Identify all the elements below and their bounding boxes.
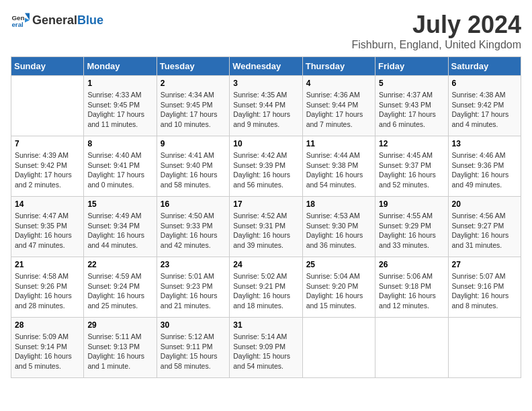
calendar-cell: 3Sunrise: 4:35 AM Sunset: 9:44 PM Daylig… [230,76,302,136]
cell-content: Sunrise: 4:40 AM Sunset: 9:41 PM Dayligh… [87,150,152,190]
cell-content: Sunrise: 4:44 AM Sunset: 9:38 PM Dayligh… [306,150,371,190]
day-number: 5 [379,79,444,88]
cell-content: Sunrise: 4:59 AM Sunset: 9:24 PM Dayligh… [87,271,152,311]
calendar-cell [448,318,521,378]
day-number: 28 [15,320,80,330]
calendar-cell: 24Sunrise: 5:02 AM Sunset: 9:21 PM Dayli… [230,257,302,318]
day-number: 31 [233,320,298,330]
calendar-cell: 8Sunrise: 4:40 AM Sunset: 9:41 PM Daylig… [84,136,157,197]
cell-content: Sunrise: 4:39 AM Sunset: 9:42 PM Dayligh… [15,150,80,190]
day-number: 30 [161,320,226,330]
day-number: 20 [452,199,517,209]
day-number: 25 [306,260,371,269]
cell-content: Sunrise: 4:49 AM Sunset: 9:34 PM Dayligh… [87,211,152,250]
calendar-cell: 30Sunrise: 5:12 AM Sunset: 9:11 PM Dayli… [157,318,229,378]
month-title: July 2024 [351,11,521,39]
cell-content: Sunrise: 5:02 AM Sunset: 9:21 PM Dayligh… [233,271,298,311]
cell-content: Sunrise: 4:55 AM Sunset: 9:29 PM Dayligh… [379,211,444,250]
calendar-cell [302,318,375,378]
day-number: 9 [161,139,226,148]
calendar-cell: 18Sunrise: 4:53 AM Sunset: 9:30 PM Dayli… [302,197,375,257]
day-number: 10 [233,139,298,148]
day-number: 13 [452,139,517,148]
calendar-cell: 25Sunrise: 5:04 AM Sunset: 9:20 PM Dayli… [302,257,375,318]
calendar-cell: 5Sunrise: 4:37 AM Sunset: 9:43 PM Daylig… [375,76,448,136]
day-number: 6 [452,79,517,88]
cell-content: Sunrise: 4:45 AM Sunset: 9:37 PM Dayligh… [379,150,444,190]
calendar-cell: 6Sunrise: 4:38 AM Sunset: 9:42 PM Daylig… [448,76,521,136]
cell-content: Sunrise: 5:14 AM Sunset: 9:09 PM Dayligh… [233,332,298,371]
calendar-cell: 19Sunrise: 4:55 AM Sunset: 9:29 PM Dayli… [375,197,448,257]
cell-content: Sunrise: 4:58 AM Sunset: 9:26 PM Dayligh… [15,271,80,311]
day-number: 22 [87,260,152,269]
svg-text:eral: eral [11,21,24,28]
logo-text-blue: Blue [77,13,103,27]
calendar-cell: 10Sunrise: 4:42 AM Sunset: 9:39 PM Dayli… [230,136,302,197]
cell-content: Sunrise: 4:46 AM Sunset: 9:36 PM Dayligh… [452,150,517,190]
column-header-monday: Monday [84,57,157,76]
week-row-1: 1Sunrise: 4:33 AM Sunset: 9:45 PM Daylig… [11,76,521,136]
day-number: 14 [15,199,80,209]
day-number: 16 [161,199,226,209]
calendar-cell: 28Sunrise: 5:09 AM Sunset: 9:14 PM Dayli… [11,318,84,378]
calendar-cell: 9Sunrise: 4:41 AM Sunset: 9:40 PM Daylig… [157,136,229,197]
cell-content: Sunrise: 5:04 AM Sunset: 9:20 PM Dayligh… [306,271,371,311]
day-number: 3 [233,79,298,88]
day-number: 15 [87,199,152,209]
calendar-cell: 21Sunrise: 4:58 AM Sunset: 9:26 PM Dayli… [11,257,84,318]
day-number: 8 [87,139,152,148]
calendar-cell: 20Sunrise: 4:56 AM Sunset: 9:27 PM Dayli… [448,197,521,257]
calendar-cell: 12Sunrise: 4:45 AM Sunset: 9:37 PM Dayli… [375,136,448,197]
column-header-tuesday: Tuesday [157,57,229,76]
cell-content: Sunrise: 4:52 AM Sunset: 9:31 PM Dayligh… [233,211,298,250]
cell-content: Sunrise: 4:47 AM Sunset: 9:35 PM Dayligh… [15,211,80,250]
calendar-cell: 15Sunrise: 4:49 AM Sunset: 9:34 PM Dayli… [84,197,157,257]
calendar-cell: 2Sunrise: 4:34 AM Sunset: 9:45 PM Daylig… [157,76,229,136]
cell-content: Sunrise: 5:06 AM Sunset: 9:18 PM Dayligh… [379,271,444,311]
calendar-cell: 31Sunrise: 5:14 AM Sunset: 9:09 PM Dayli… [230,318,302,378]
cell-content: Sunrise: 5:11 AM Sunset: 9:13 PM Dayligh… [87,332,152,371]
cell-content: Sunrise: 4:42 AM Sunset: 9:39 PM Dayligh… [233,150,298,190]
calendar-cell: 17Sunrise: 4:52 AM Sunset: 9:31 PM Dayli… [230,197,302,257]
day-number: 7 [15,139,80,148]
column-header-friday: Friday [375,57,448,76]
calendar-cell: 14Sunrise: 4:47 AM Sunset: 9:35 PM Dayli… [11,197,84,257]
calendar-cell: 13Sunrise: 4:46 AM Sunset: 9:36 PM Dayli… [448,136,521,197]
cell-content: Sunrise: 4:33 AM Sunset: 9:45 PM Dayligh… [87,90,152,130]
day-number: 1 [87,79,152,88]
location-title: Fishburn, England, United Kingdom [351,39,521,51]
day-number: 4 [306,79,371,88]
column-header-thursday: Thursday [302,57,375,76]
day-number: 2 [161,79,226,88]
cell-content: Sunrise: 4:34 AM Sunset: 9:45 PM Dayligh… [161,90,226,130]
cell-content: Sunrise: 4:53 AM Sunset: 9:30 PM Dayligh… [306,211,371,250]
calendar-cell: 29Sunrise: 5:11 AM Sunset: 9:13 PM Dayli… [84,318,157,378]
calendar-cell [11,76,84,136]
day-number: 19 [379,199,444,209]
cell-content: Sunrise: 5:01 AM Sunset: 9:23 PM Dayligh… [161,271,226,311]
calendar-cell: 11Sunrise: 4:44 AM Sunset: 9:38 PM Dayli… [302,136,375,197]
day-number: 12 [379,139,444,148]
calendar-cell: 1Sunrise: 4:33 AM Sunset: 9:45 PM Daylig… [84,76,157,136]
logo: Gen eral GeneralBlue [11,11,103,30]
day-number: 24 [233,260,298,269]
cell-content: Sunrise: 4:35 AM Sunset: 9:44 PM Dayligh… [233,90,298,130]
column-header-saturday: Saturday [448,57,521,76]
calendar-cell [375,318,448,378]
calendar-cell: 7Sunrise: 4:39 AM Sunset: 9:42 PM Daylig… [11,136,84,197]
calendar-table: SundayMondayTuesdayWednesdayThursdayFrid… [11,56,521,378]
week-row-3: 14Sunrise: 4:47 AM Sunset: 9:35 PM Dayli… [11,197,521,257]
logo-icon: Gen eral [11,11,30,30]
calendar-cell: 22Sunrise: 4:59 AM Sunset: 9:24 PM Dayli… [84,257,157,318]
logo-text-general: General [32,13,77,27]
cell-content: Sunrise: 5:12 AM Sunset: 9:11 PM Dayligh… [161,332,226,371]
day-number: 18 [306,199,371,209]
calendar-cell: 4Sunrise: 4:36 AM Sunset: 9:44 PM Daylig… [302,76,375,136]
day-number: 27 [452,260,517,269]
cell-content: Sunrise: 4:41 AM Sunset: 9:40 PM Dayligh… [161,150,226,190]
week-row-5: 28Sunrise: 5:09 AM Sunset: 9:14 PM Dayli… [11,318,521,378]
calendar-cell: 16Sunrise: 4:50 AM Sunset: 9:33 PM Dayli… [157,197,229,257]
week-row-4: 21Sunrise: 4:58 AM Sunset: 9:26 PM Dayli… [11,257,521,318]
header-row: SundayMondayTuesdayWednesdayThursdayFrid… [11,57,521,76]
day-number: 11 [306,139,371,148]
